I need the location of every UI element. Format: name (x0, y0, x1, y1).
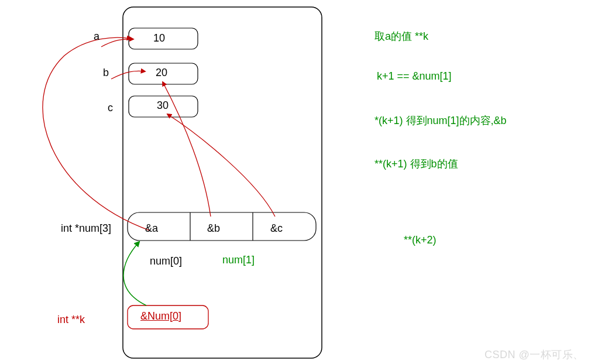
note-4: **(k+1) 得到b的值 (374, 157, 458, 171)
k-box-text: &Num[0] (140, 310, 181, 322)
label-b: b (103, 67, 109, 79)
value-a: 10 (153, 32, 165, 44)
arrow-amp-b-to-b (163, 82, 211, 217)
arrow-amp-c-to-c (167, 114, 275, 217)
idx-num0: num[0] (150, 255, 182, 267)
note-2: k+1 == &num[1] (377, 70, 452, 83)
arrow-amp-a-to-a (43, 37, 150, 231)
value-b: 20 (156, 67, 167, 79)
value-c: 30 (157, 99, 169, 112)
cell-amp-b: &b (207, 222, 220, 235)
arrow-k-to-num0 (123, 242, 146, 305)
label-a: a (94, 30, 99, 43)
note-3: *(k+1) 得到num[1]的内容,&b (374, 114, 507, 128)
cell-amp-c: &c (270, 222, 283, 235)
diagram-canvas (0, 0, 591, 364)
k-decl: int **k (57, 314, 85, 326)
note-1: 取a的值 **k (374, 29, 428, 43)
cell-amp-a: &a (145, 222, 158, 235)
arrow-label-b (111, 71, 145, 79)
label-c: c (108, 102, 113, 114)
idx-num1: num[1] (222, 254, 255, 266)
num-decl: int *num[3] (61, 222, 111, 235)
note-5: **(k+2) (404, 234, 437, 246)
watermark: CSDN @一杯可乐、 (485, 348, 584, 362)
